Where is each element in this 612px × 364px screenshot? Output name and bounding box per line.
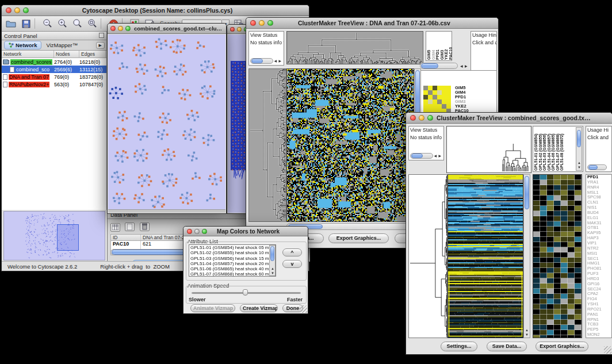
col-network[interactable]: Network	[2, 51, 54, 58]
matrix-cell[interactable]	[428, 99, 433, 104]
tv2-column-scrollbar[interactable]: ▲ ▼	[576, 127, 582, 171]
zoom-window-icon[interactable]	[23, 7, 29, 13]
resize-grip[interactable]	[604, 346, 611, 354]
close-icon[interactable]	[250, 20, 256, 26]
matrix-cell[interactable]	[437, 99, 442, 104]
matrix-cell[interactable]	[437, 95, 442, 99]
main-titlebar[interactable]: Cytoscape Desktop (Session Name: collins…	[2, 5, 309, 16]
attribute-list[interactable]: GPL51-01 (GSM854) heat shock 05 minGPL51…	[189, 244, 276, 277]
treeview1-titlebar[interactable]: ClusterMaker TreeView : DNA and Tran 07-…	[246, 18, 498, 29]
matrix-cell[interactable]	[442, 95, 446, 99]
tab-network[interactable]: Network	[4, 41, 41, 49]
network-row-combined-scores[interactable]: combined_scores 2764(0) 16218(0)	[2, 58, 106, 66]
view-status-scrollbar[interactable]	[410, 153, 433, 159]
matrix-cell[interactable]	[428, 90, 433, 95]
matrix-cell[interactable]	[446, 95, 451, 99]
matrix-cell[interactable]	[433, 99, 437, 104]
minimize-icon[interactable]	[118, 26, 123, 31]
col-edges[interactable]: Edges	[79, 51, 106, 58]
matrix-cell[interactable]	[437, 104, 442, 109]
scrollbar-thumb[interactable]	[525, 176, 529, 209]
matrix-cell[interactable]	[437, 90, 442, 95]
zoom-window-icon[interactable]	[267, 20, 273, 26]
minimize-icon[interactable]	[259, 20, 265, 26]
matrix-cell[interactable]	[433, 95, 437, 99]
matrix-cell[interactable]	[423, 95, 428, 99]
matrix-cell[interactable]	[442, 104, 446, 109]
birdseye-viewport-rect[interactable]	[57, 224, 79, 251]
matrix-cell[interactable]	[423, 90, 428, 95]
network-titlebar[interactable]: combined_scores_good.txt--cluste...	[108, 24, 226, 34]
new-attribute-icon[interactable]	[125, 223, 135, 231]
tv2-column-dendrogram[interactable]	[446, 126, 531, 173]
usage-hints-scrollbar[interactable]	[587, 164, 607, 170]
matrix-cell[interactable]	[428, 104, 433, 109]
zoom-fit-button[interactable]	[71, 18, 83, 29]
tabs-overflow-button[interactable]: ▶	[96, 42, 105, 49]
scroll-up-icon[interactable]: ▲	[271, 267, 274, 270]
close-icon[interactable]	[6, 7, 12, 13]
tv1-row-dendrogram[interactable]	[248, 68, 286, 222]
close-icon[interactable]	[230, 27, 235, 32]
matrix-cell[interactable]	[442, 90, 446, 95]
treeview2-titlebar[interactable]: ClusterMaker TreeView : combined_scores_…	[406, 113, 612, 124]
matrix-cell[interactable]	[428, 95, 433, 99]
scroll-down-icon[interactable]: ▼	[525, 333, 529, 336]
scroll-right-icon[interactable]: ▶	[438, 154, 441, 158]
attribute-item[interactable]: GPL51-04 (GSM857) heat shock 20 min	[189, 261, 276, 266]
tv1-heatmap[interactable]	[286, 68, 414, 222]
matrix-cell[interactable]	[442, 86, 446, 90]
scroll-right-icon[interactable]: ▶	[465, 64, 468, 68]
tv2-gene-list[interactable]: PFD1YRA1RNR4MSL1SPC98CLN1NIS1BUD4ELG1MAK…	[586, 174, 612, 338]
scrollbar-thumb[interactable]	[588, 165, 598, 170]
zoom-window-icon[interactable]	[202, 229, 207, 234]
minimize-icon[interactable]	[237, 27, 242, 32]
minimize-icon[interactable]	[419, 115, 424, 121]
resize-grip[interactable]	[300, 305, 307, 313]
tv2-heatmap-zoom[interactable]	[533, 174, 582, 338]
tv2-row-dendrogram[interactable]	[408, 174, 447, 338]
scroll-left-icon[interactable]: ◀	[274, 59, 277, 63]
zoom-window-icon[interactable]	[427, 115, 433, 121]
export-graphics-button[interactable]: Export Graphics...	[328, 233, 389, 243]
birdseye-overview-panel[interactable]	[3, 211, 105, 260]
network-row-dna-tran[interactable]: DNA and Tran 07 769(0) 183728(0)	[2, 73, 106, 81]
delete-attribute-icon[interactable]	[140, 223, 150, 231]
tv1-matrix-hscrollbar[interactable]	[420, 63, 458, 69]
float-panel-icon[interactable]	[99, 33, 104, 38]
open-file-button[interactable]	[5, 18, 17, 29]
matrix-cell[interactable]	[433, 86, 437, 90]
matrix-cell[interactable]	[423, 104, 428, 109]
zoom-window-icon[interactable]	[125, 26, 131, 31]
scroll-up-icon[interactable]: ▲	[577, 161, 581, 164]
matrix-cell[interactable]	[428, 86, 433, 90]
network-row-selected[interactable]: combined_sco 2569(6) 13112(15)	[2, 66, 106, 73]
tv2-heatmap-strip[interactable]	[447, 174, 523, 338]
animate-vizmap-button[interactable]: Animate Vizmap	[190, 304, 235, 312]
scroll-right-icon[interactable]: ▶	[278, 59, 281, 63]
slider-thumb[interactable]	[243, 289, 248, 296]
attribute-item[interactable]: GPL51-06 (GSM865) heat shock 40 min	[189, 266, 276, 271]
minimize-icon[interactable]	[194, 229, 200, 234]
matrix-cell[interactable]	[446, 104, 451, 109]
matrix-cell[interactable]	[446, 99, 451, 104]
matrix-cell[interactable]	[446, 86, 451, 90]
network-row-rnapuber[interactable]: RNAPuberNov2+ 563(0) 107847(0)	[2, 81, 106, 88]
close-icon[interactable]	[110, 26, 116, 31]
create-vizmap-button[interactable]: Create Vizmap	[240, 304, 278, 312]
move-down-button[interactable]: v	[282, 260, 302, 268]
tv1-column-dendrogram[interactable]	[286, 31, 423, 64]
similarity-matrix[interactable]	[423, 86, 451, 113]
col-id[interactable]: ID	[111, 235, 141, 240]
tab-vizmapper[interactable]: VizMapper™	[41, 41, 82, 49]
scroll-left-icon[interactable]: ◀	[460, 64, 463, 68]
attribute-item[interactable]: GPL51-01 (GSM854) heat shock 05 min	[189, 245, 276, 250]
zoom-selected-button[interactable]	[86, 18, 98, 29]
tv2-strip-vscrollbar[interactable]: ▲ ▼	[523, 174, 530, 338]
close-icon[interactable]	[410, 115, 416, 121]
scroll-left-icon[interactable]: ◀	[434, 154, 437, 158]
scroll-up-icon[interactable]: ▲	[525, 328, 529, 332]
minimize-icon[interactable]	[14, 7, 20, 13]
matrix-cell[interactable]	[433, 90, 437, 95]
settings-button[interactable]: Settings...	[441, 342, 477, 351]
